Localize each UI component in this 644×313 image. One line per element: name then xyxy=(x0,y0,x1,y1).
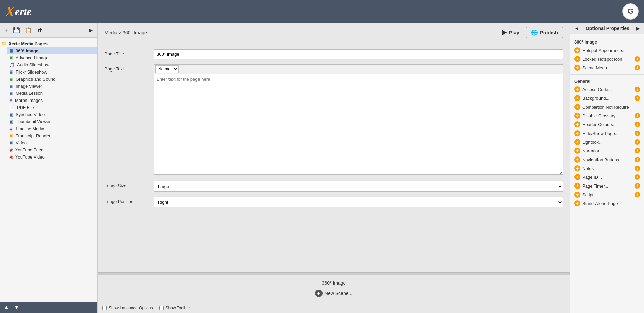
center-panel: Media > 360° Image Play 🌐 Publish Page T… xyxy=(98,23,570,313)
plus-icon: + xyxy=(574,200,580,206)
right-item-page-id[interactable]: + Page ID... i xyxy=(570,173,644,181)
right-item-hotspot-appearance[interactable]: + Hotspot Appearance... xyxy=(570,46,644,55)
page-text-textarea[interactable] xyxy=(154,74,563,175)
info-icon: i xyxy=(635,65,640,70)
right-item-label: Hotspot Appearance... xyxy=(582,48,626,53)
tree-root-item[interactable]: 📁 Xerte Media Pages xyxy=(0,40,97,47)
show-language-checkbox[interactable] xyxy=(102,306,107,310)
sidebar-item-graphics[interactable]: ▣ Graphics and Sound xyxy=(7,76,97,83)
info-icon: i xyxy=(635,148,640,153)
sidebar-item-youtubefeed[interactable]: ◉ YouTube Feed xyxy=(7,146,97,153)
page-title-row: Page Title xyxy=(104,49,563,59)
sidebar-collapse-button[interactable]: ▶ xyxy=(87,26,94,35)
sidebar-item-syncvideo[interactable]: ▣ Synched Video xyxy=(7,111,97,118)
sidebar-item-medialesson[interactable]: ▣ Media Lesson xyxy=(7,90,97,97)
move-up-button[interactable]: ▲ xyxy=(3,304,9,311)
youtubevid-icon: ◉ xyxy=(9,154,13,160)
right-item-navigation-buttons[interactable]: + Navigation Buttons... i xyxy=(570,155,644,164)
right-item-header-colours[interactable]: + Header Colours... i xyxy=(570,120,644,129)
right-item-hide-show[interactable]: + Hide/Show Page... i xyxy=(570,129,644,138)
plus-icon: + xyxy=(574,113,580,119)
plus-icon: + xyxy=(574,95,580,101)
right-item-disable-glossary[interactable]: + Disable Glossary i xyxy=(570,111,644,120)
sidebar-item-timeline[interactable]: ◈ Timeline Media xyxy=(7,125,97,132)
avatar[interactable]: G xyxy=(622,3,639,20)
right-item-label: Completion Not Require xyxy=(582,105,629,110)
info-icon: i xyxy=(635,131,640,136)
tree-root-label: Xerte Media Pages xyxy=(9,41,48,46)
right-item-script[interactable]: + Script... i xyxy=(570,190,644,199)
video-icon: ▣ xyxy=(9,140,13,145)
plus-icon: + xyxy=(574,104,580,110)
sidebar-item-morph[interactable]: ◈ Morph Images xyxy=(7,97,97,104)
page-title-input[interactable] xyxy=(154,49,563,59)
graphics-icon: ▣ xyxy=(9,77,13,82)
sidebar-item-flickr[interactable]: ▣ Flickr Slideshow xyxy=(7,68,97,76)
logo-x: X xyxy=(5,3,15,20)
image-size-select[interactable]: Large Small Medium Full xyxy=(154,181,563,192)
page-text-row: Page Text Normal xyxy=(104,64,563,176)
right-item-label: Scene Menu xyxy=(582,65,607,70)
right-sidebar-collapse-right[interactable]: ▶ xyxy=(636,26,640,31)
info-icon: i xyxy=(635,157,640,162)
right-item-narration[interactable]: + Narration... i xyxy=(570,146,644,155)
right-item-label: Narration... xyxy=(582,148,604,153)
image-size-row: Image Size Large Small Medium Full xyxy=(104,181,563,192)
sidebar-item-label: Graphics and Sound xyxy=(16,77,56,82)
sidebar-item-video[interactable]: ▣ Video xyxy=(7,139,97,146)
logo-erte: erte xyxy=(15,5,32,18)
sidebar-item-360-image[interactable]: ▣ 360° Image xyxy=(7,47,97,54)
richtext-format-select[interactable]: Normal xyxy=(155,65,179,73)
sidebar-item-imageviewer[interactable]: ▣ Image Viewer xyxy=(7,83,97,90)
publish-button[interactable]: 🌐 Publish xyxy=(526,27,563,38)
center-footer: Show Language Options Show Toolbar xyxy=(98,303,570,313)
tree-container: 📁 Xerte Media Pages ▣ 360° Image ▣ Advan… xyxy=(0,38,97,302)
sidebar-item-label: Transcript Reader xyxy=(16,133,51,138)
show-toolbar-label[interactable]: Show Toolbar xyxy=(159,306,190,310)
sidebar-item-thumbnail[interactable]: ▣ Thumbnail Viewer xyxy=(7,118,97,125)
right-sidebar-collapse-left[interactable]: ◄ xyxy=(574,26,579,31)
right-item-label: Page ID... xyxy=(582,175,602,180)
play-button[interactable]: Play xyxy=(502,30,519,35)
move-down-button[interactable]: ▼ xyxy=(13,304,20,311)
add-button[interactable]: + xyxy=(3,26,9,35)
youtubefeed-icon: ◉ xyxy=(9,147,13,152)
image-size-field: Large Small Medium Full xyxy=(154,181,563,192)
right-item-notes[interactable]: + Notes i xyxy=(570,164,644,173)
image-position-select[interactable]: Right Left Center xyxy=(154,197,563,207)
plus-icon: + xyxy=(574,130,580,136)
right-item-lightbox[interactable]: + Lightbox... i xyxy=(570,138,644,146)
right-item-background[interactable]: + Background... i xyxy=(570,94,644,103)
right-item-access-code[interactable]: + Access Code... i xyxy=(570,85,644,94)
right-item-standalone[interactable]: + Stand-Alone Page xyxy=(570,199,644,208)
right-item-label: Stand-Alone Page xyxy=(582,201,618,206)
timeline-icon: ◈ xyxy=(9,126,13,131)
new-scene-button[interactable]: + New Scene... xyxy=(315,290,352,297)
breadcrumb: Media > 360° Image xyxy=(104,30,147,35)
copy-button[interactable]: 📋 xyxy=(24,26,33,35)
right-item-locked-hotspot[interactable]: + Locked Hotspot Icon i xyxy=(570,55,644,63)
image-size-label: Image Size xyxy=(104,181,148,188)
page-text-label: Page Text xyxy=(104,64,148,72)
save-button[interactable]: 💾 xyxy=(12,26,21,35)
right-item-label: Locked Hotspot Icon xyxy=(582,57,622,62)
sidebar-item-transcript[interactable]: ▣ Transcript Reader xyxy=(7,132,97,139)
right-item-scene-menu[interactable]: + Scene Menu i xyxy=(570,63,644,72)
plus-icon: + xyxy=(574,139,580,145)
plus-circle-icon: + xyxy=(315,290,323,297)
sidebar-item-youtubevideo[interactable]: ◉ YouTube Video xyxy=(7,153,97,161)
sidebar-item-pdf[interactable]: 📄 PDF File xyxy=(7,104,97,111)
right-item-page-timer[interactable]: + Page Timer... i xyxy=(570,181,644,190)
delete-button[interactable]: 🗑 xyxy=(36,26,44,35)
right-item-completion[interactable]: + Completion Not Require xyxy=(570,103,644,111)
page-title-label: Page Title xyxy=(104,49,148,56)
right-item-label: Notes xyxy=(582,166,594,171)
image-position-field: Right Left Center xyxy=(154,197,563,207)
sidebar-item-audio-slideshow[interactable]: 🎵 Audio Slideshow xyxy=(7,61,97,68)
sidebar-item-advanced-image[interactable]: ▣ Advanced Image xyxy=(7,54,97,61)
page-title-field xyxy=(154,49,563,59)
info-icon: i xyxy=(635,174,640,180)
pdf-icon: 📄 xyxy=(9,105,15,110)
show-language-label[interactable]: Show Language Options xyxy=(102,306,153,310)
show-toolbar-checkbox[interactable] xyxy=(159,306,164,310)
